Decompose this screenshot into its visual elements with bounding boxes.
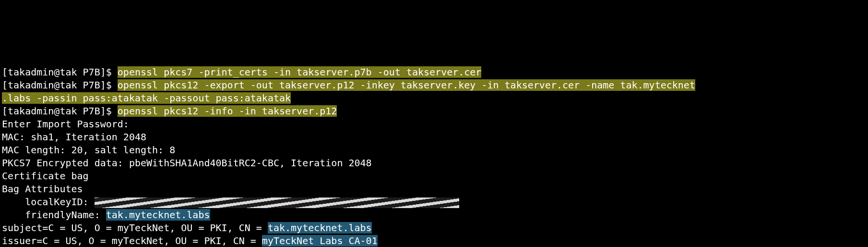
command-1: openssl pkcs7 -print_certs -in takserver…	[118, 66, 482, 78]
line-cmd1: [takadmin@tak P7B]$ openssl pkcs7 -print…	[2, 66, 866, 79]
friendlyname-label: friendlyName:	[2, 209, 106, 221]
out-localkeyid: localKeyID:	[2, 196, 866, 209]
out-subject: subject=C = US, O = myTeckNet, OU = PKI,…	[2, 222, 866, 235]
subject-cn: tak.mytecknet.labs	[268, 222, 372, 234]
command-3: openssl pkcs12 -info -in takserver.p12	[118, 105, 337, 117]
out-mac2: MAC length: 20, salt length: 8	[2, 144, 866, 157]
command-2-part1: openssl pkcs12 -export -out takserver.p1…	[118, 79, 695, 91]
subject-prefix: subject=C = US, O = myTeckNet, OU = PKI,…	[2, 222, 268, 234]
out-bagattr: Bag Attributes	[2, 183, 866, 196]
out-enter-password: Enter Import Password:	[2, 118, 866, 131]
friendlyname-value: tak.mytecknet.labs	[106, 209, 210, 221]
out-issuer: issuer=C = US, O = myTeckNet, OU = PKI, …	[2, 235, 866, 247]
shell-prompt: [takadmin@tak P7B]$	[2, 79, 118, 91]
out-mac1: MAC: sha1, Iteration 2048	[2, 131, 866, 144]
out-certbag: Certificate bag	[2, 170, 866, 183]
localkeyid-label: localKeyID:	[2, 196, 95, 208]
issuer-cn: myTeckNet Labs CA-01	[262, 235, 378, 247]
line-cmd3: [takadmin@tak P7B]$ openssl pkcs12 -info…	[2, 105, 866, 118]
shell-prompt: [takadmin@tak P7B]$	[2, 66, 118, 78]
shell-prompt: [takadmin@tak P7B]$	[2, 105, 118, 117]
redacted-smudge	[95, 198, 459, 208]
line-cmd2b: .labs -passin pass:atakatak -passout pas…	[2, 92, 866, 105]
command-2-part2: .labs -passin pass:atakatak -passout pas…	[2, 92, 291, 104]
out-pkcs7: PKCS7 Encrypted data: pbeWithSHA1And40Bi…	[2, 157, 866, 170]
issuer-prefix: issuer=C = US, O = myTeckNet, OU = PKI, …	[2, 235, 262, 247]
out-friendlyname: friendlyName: tak.mytecknet.labs	[2, 209, 866, 222]
line-cmd2a: [takadmin@tak P7B]$ openssl pkcs12 -expo…	[2, 79, 866, 92]
terminal-output[interactable]: [takadmin@tak P7B]$ openssl pkcs7 -print…	[0, 65, 868, 247]
